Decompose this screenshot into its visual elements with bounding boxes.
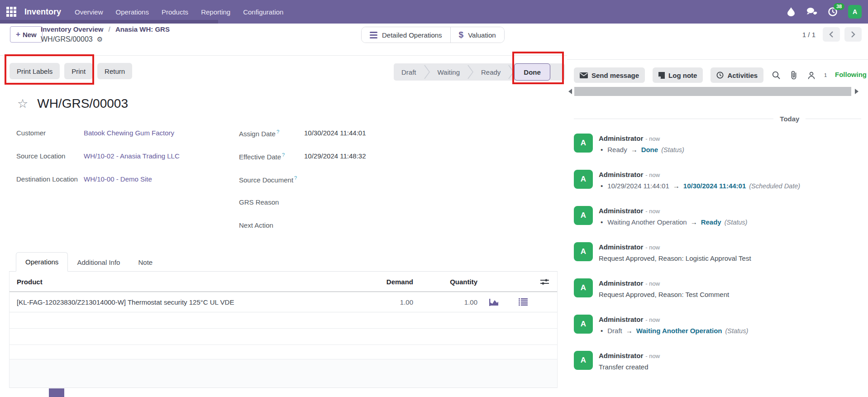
nav-item-reporting[interactable]: Reporting — [201, 8, 230, 16]
status-step-waiting[interactable]: Waiting — [430, 68, 467, 76]
arrow-icon: → — [626, 327, 633, 335]
envelope-icon — [580, 72, 588, 78]
scrollbar-thumb[interactable] — [574, 87, 851, 96]
hamburger-icon — [370, 32, 377, 38]
column-product: Product — [17, 278, 326, 286]
customer-value[interactable]: Batook Chewing Gum Factory — [84, 129, 174, 137]
tab-additional-info[interactable]: Additional Info — [68, 253, 129, 272]
bottom-left-fragment — [49, 388, 64, 397]
column-options-icon[interactable] — [540, 278, 549, 286]
breadcrumb-anasia-wh-grs[interactable]: Anasia WH: GRS — [115, 25, 170, 33]
empty-table-row — [10, 312, 557, 329]
dollar-icon: $ — [459, 30, 464, 40]
send-message-button[interactable]: Send message — [574, 67, 645, 83]
quantity-cell: 1.00 — [413, 298, 477, 306]
log-note-button[interactable]: Log note — [653, 67, 703, 83]
note-icon — [658, 72, 665, 79]
message: A Administrator- now •Waiting Another Op… — [574, 206, 863, 227]
message: A Administrator- now Request Approved, R… — [574, 242, 863, 263]
record-title-row: ☆ WH/GRS/00003 — [17, 96, 128, 111]
empty-table-row — [10, 329, 557, 345]
breadcrumb-current-record: WH/GRS/00003 — [41, 34, 93, 45]
following-button[interactable]: Following — [835, 71, 867, 78]
annotation-box-print-buttons — [5, 54, 94, 85]
pager-next-button[interactable] — [844, 27, 862, 42]
date-divider: Today — [574, 115, 861, 123]
followers-icon[interactable] — [806, 70, 816, 80]
avatar: A — [574, 134, 593, 153]
nav-item-configuration[interactable]: Configuration — [243, 8, 283, 16]
chat-bubbles-icon[interactable] — [806, 6, 817, 17]
scroll-left-arrow[interactable] — [568, 89, 572, 94]
activity-clock-icon[interactable]: 38 — [827, 6, 838, 17]
avatar: A — [574, 315, 593, 334]
detailed-operations-list-icon[interactable] — [510, 298, 537, 306]
valuation-button[interactable]: $ Valuation — [450, 27, 504, 43]
page-title: WH/GRS/00003 — [37, 96, 128, 111]
destination-location-value[interactable]: WH/10-00 - Demo Site — [84, 175, 152, 183]
message-list: A Administrator- now •Ready→Done(Status)… — [574, 134, 863, 387]
arrow-icon: → — [631, 146, 638, 153]
message: A Administrator- now Transfer created — [574, 351, 863, 372]
arrow-icon: → — [673, 182, 680, 190]
scroll-right-arrow[interactable] — [855, 89, 858, 94]
nav-menu: Overview Operations Products Reporting C… — [75, 8, 283, 16]
status-step-draft[interactable]: Draft — [394, 68, 424, 76]
pager-previous-button[interactable] — [823, 27, 840, 42]
follower-count: 1 — [824, 72, 827, 78]
app-name[interactable]: Inventory — [24, 7, 61, 17]
favorite-star-icon[interactable]: ☆ — [17, 97, 28, 110]
avatar: A — [574, 170, 593, 189]
field-assign-date: Assign Date? 10/30/2024 11:44:01 — [239, 129, 366, 152]
assign-date-value[interactable]: 10/30/2024 11:44:01 — [304, 129, 366, 137]
tab-note[interactable]: Note — [129, 253, 162, 272]
source-location-value[interactable]: WH/10-02 - Anasia Trading LLC — [84, 152, 180, 160]
apps-grid-icon[interactable] — [6, 7, 16, 17]
notebook-tabs: Operations Additional Info Note — [9, 250, 558, 272]
pager: 1 / 1 — [802, 27, 862, 42]
forecast-chart-icon[interactable] — [477, 298, 510, 306]
message: A Administrator- now •Draft→Waiting Anot… — [574, 315, 863, 336]
nav-item-products[interactable]: Products — [162, 8, 188, 16]
detailed-operations-button[interactable]: Detailed Operations — [362, 27, 450, 43]
horizontal-scrollbar — [567, 86, 868, 96]
control-panel: + New Inventory Overview / Anasia WH: GR… — [0, 24, 868, 55]
smart-buttons: Detailed Operations $ Valuation — [361, 27, 505, 43]
message: A Administrator- now •Ready→Done(Status) — [574, 134, 863, 155]
clock-icon — [716, 72, 724, 79]
effective-date-value[interactable]: 10/29/2024 11:48:32 — [304, 152, 366, 160]
empty-table-band — [10, 359, 557, 388]
return-button[interactable]: Return — [97, 63, 132, 79]
gear-icon[interactable]: ⚙ — [97, 34, 103, 45]
table-header: Product Demand Quantity — [10, 272, 557, 292]
new-button[interactable]: + New — [10, 26, 43, 43]
chatter-panel: Send message Log note Activities — [567, 59, 868, 397]
search-messages-icon[interactable] — [771, 70, 781, 80]
column-quantity: Quantity — [413, 278, 477, 286]
tab-operations[interactable]: Operations — [16, 252, 68, 272]
user-avatar[interactable]: A — [848, 5, 862, 19]
avatar: A — [574, 242, 593, 261]
status-step-ready[interactable]: Ready — [473, 68, 508, 76]
product-cell: [KL-FAG-12023830/Z213014000-W] Thermosta… — [17, 298, 326, 306]
nav-item-operations[interactable]: Operations — [116, 8, 149, 16]
field-effective-date: Effective Date? 10/29/2024 11:48:32 — [239, 152, 366, 175]
help-marker: ? — [294, 175, 297, 181]
demand-cell: 1.00 — [326, 298, 413, 306]
droplet-icon[interactable] — [786, 6, 796, 17]
field-grs-reason: GRS Reason — [239, 198, 366, 221]
nav-item-overview[interactable]: Overview — [75, 8, 103, 16]
plus-icon: + — [16, 30, 20, 39]
table-row[interactable]: [KL-FAG-12023830/Z213014000-W] Thermosta… — [10, 292, 557, 312]
message: A Administrator- now •10/29/2024 11:44:0… — [574, 170, 863, 191]
annotation-box-done-status — [512, 52, 564, 84]
help-marker: ? — [277, 129, 279, 134]
breadcrumb: Inventory Overview / Anasia WH: GRS WH/G… — [41, 24, 170, 45]
activity-count-badge: 38 — [834, 3, 844, 10]
activities-button[interactable]: Activities — [711, 67, 763, 83]
pager-value: 1 / 1 — [802, 31, 816, 38]
attachments-paperclip-icon[interactable] — [789, 70, 799, 80]
breadcrumb-inventory-overview[interactable]: Inventory Overview — [41, 25, 103, 33]
chevron-separator-icon — [424, 64, 430, 80]
field-customer: Customer Batook Chewing Gum Factory — [16, 129, 180, 152]
